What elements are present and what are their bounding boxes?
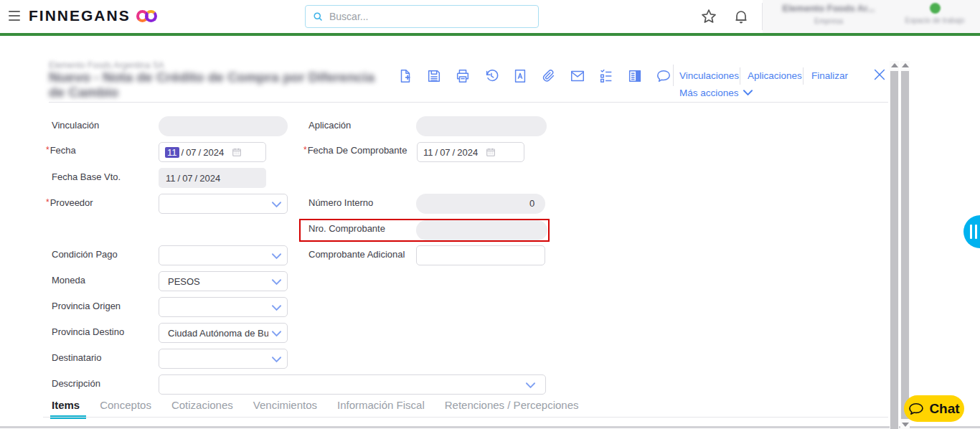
tab-informacion-fiscal[interactable]: Información Fiscal: [337, 399, 425, 417]
aplicacion-label: Aplicación: [308, 120, 351, 131]
export-pdf-icon[interactable]: [511, 67, 529, 85]
chevron-down-icon: [526, 380, 535, 391]
print-icon[interactable]: [453, 67, 472, 85]
menu-icon[interactable]: [9, 11, 20, 21]
fecha-base-day: 11: [166, 173, 176, 184]
save-icon[interactable]: [425, 67, 443, 85]
provincia-destino-value: Ciudad Autónoma de Bu: [168, 328, 268, 339]
link-separator: [803, 67, 804, 85]
more-actions-link[interactable]: Más acciones: [679, 88, 753, 98]
fecha-comprobante-day[interactable]: 11: [423, 147, 433, 158]
descripcion-label: Descripción: [52, 378, 100, 389]
breadcrumb: Elemento Foods Argentina SA: [49, 60, 164, 70]
chevron-down-icon: [272, 251, 281, 262]
new-document-icon[interactable]: [396, 67, 415, 85]
search-input[interactable]: [329, 11, 531, 22]
report-icon[interactable]: [626, 67, 644, 85]
tab-cotizaciones[interactable]: Cotizaciones: [171, 399, 233, 417]
bottom-divider: [0, 426, 980, 428]
bell-icon[interactable]: [732, 8, 750, 25]
toolbar-separator: [673, 65, 674, 86]
star-icon[interactable]: [700, 8, 717, 25]
scroll-up-icon[interactable]: [902, 63, 909, 67]
brand-green-bar: [0, 33, 980, 36]
nro-comprobante-field[interactable]: [416, 220, 547, 240]
condicion-pago-label: Condición Pago: [52, 249, 118, 260]
search-icon: [313, 11, 324, 22]
chat-bubble-icon: [908, 402, 924, 415]
chevron-down-icon: [272, 199, 281, 210]
avatar: [930, 3, 941, 14]
chevron-down-icon: [272, 354, 281, 365]
scroll-down-icon[interactable]: [902, 423, 909, 427]
fecha-base-year: 2024: [199, 173, 220, 184]
comment-icon[interactable]: [654, 67, 673, 85]
comprobante-adicional-input[interactable]: [416, 245, 545, 265]
destinatario-select[interactable]: [159, 349, 288, 369]
email-icon[interactable]: [568, 67, 587, 85]
company-selector[interactable]: Elemento Foods Ar... Empresa: [771, 3, 886, 25]
fecha-comprobante-month[interactable]: 07: [440, 147, 450, 158]
fecha-label: *Fecha: [46, 145, 76, 156]
provincia-destino-label: Provincia Destino: [52, 326, 124, 337]
calendar-icon[interactable]: [486, 147, 496, 157]
scrollbar-thumb[interactable]: [890, 71, 898, 429]
link-separator: [740, 67, 740, 85]
scrollbar-thumb[interactable]: [901, 71, 909, 419]
fecha-base-field: 11 / 07 / 2024: [159, 168, 266, 188]
inner-scrollbar[interactable]: [890, 61, 899, 429]
detail-tabs: Items Conceptos Cotizaciones Vencimiento…: [52, 399, 579, 417]
numero-interno-label: Número Interno: [308, 197, 373, 208]
close-icon[interactable]: [872, 67, 887, 82]
account-panel: Elemento Foods Ar... Empresa Espacio de …: [763, 0, 980, 33]
fecha-month[interactable]: 07: [186, 147, 196, 158]
scroll-up-icon[interactable]: [891, 63, 898, 67]
logo-infinity-icon: [136, 10, 157, 22]
required-mark: *: [46, 145, 50, 155]
tab-vencimientos[interactable]: Vencimientos: [253, 399, 317, 417]
global-search[interactable]: [305, 5, 539, 28]
aplicacion-field: [416, 116, 547, 136]
fecha-year[interactable]: 2024: [203, 147, 224, 158]
attachment-icon[interactable]: [540, 67, 558, 85]
moneda-select[interactable]: PESOS: [159, 271, 288, 291]
provincia-origen-select[interactable]: [159, 297, 288, 317]
fecha-field[interactable]: 11 / 07 / 2024: [159, 142, 266, 162]
proveedor-select[interactable]: [159, 194, 288, 214]
destinatario-label: Destinatario: [52, 352, 101, 363]
calendar-icon[interactable]: [232, 147, 242, 157]
page-title: Nuevo - Nota de Crédito de Compra por Di…: [49, 70, 386, 100]
workspace-selector[interactable]: Espacio de trabajo: [895, 3, 974, 24]
tab-retenciones-percepciones[interactable]: Retenciones / Percepciones: [445, 399, 579, 417]
app-logo: FINNEGANS: [29, 7, 157, 24]
top-bar: FINNEGANS: [0, 0, 980, 33]
pause-bars-icon: [970, 225, 977, 239]
vinculaciones-link[interactable]: Vinculaciones: [679, 70, 739, 81]
provincia-destino-select[interactable]: Ciudad Autónoma de Bu: [159, 323, 288, 343]
fecha-comprobante-label: *Fecha De Comprobante: [303, 145, 407, 156]
chevron-down-icon: [272, 303, 281, 314]
tab-items[interactable]: Items: [52, 399, 80, 417]
fecha-base-month: 07: [182, 173, 192, 184]
tab-conceptos[interactable]: Conceptos: [100, 399, 151, 417]
finalizar-link[interactable]: Finalizar: [811, 70, 848, 81]
moneda-value: PESOS: [168, 276, 200, 287]
vinculacion-field: [159, 116, 288, 136]
side-panel-toggle[interactable]: [963, 215, 980, 248]
fecha-comprobante-field[interactable]: 11 / 07 / 2024: [417, 142, 524, 162]
history-icon[interactable]: [482, 67, 501, 85]
logo-text: FINNEGANS: [29, 7, 131, 24]
aplicaciones-link[interactable]: Aplicaciones: [748, 70, 802, 81]
moneda-label: Moneda: [52, 275, 85, 286]
condicion-pago-select[interactable]: [159, 245, 288, 265]
outer-scrollbar[interactable]: [900, 61, 910, 429]
checklist-icon[interactable]: [597, 67, 616, 85]
numero-interno-value: 0: [529, 198, 534, 209]
fecha-day[interactable]: 11: [165, 147, 179, 158]
fecha-comprobante-year[interactable]: 2024: [457, 147, 478, 158]
nro-comprobante-label: Nro. Comprobante: [308, 223, 385, 234]
chevron-down-icon: [272, 277, 281, 288]
chat-button[interactable]: Chat: [904, 395, 964, 422]
numero-interno-field: [416, 194, 545, 214]
descripcion-field[interactable]: [159, 374, 546, 395]
